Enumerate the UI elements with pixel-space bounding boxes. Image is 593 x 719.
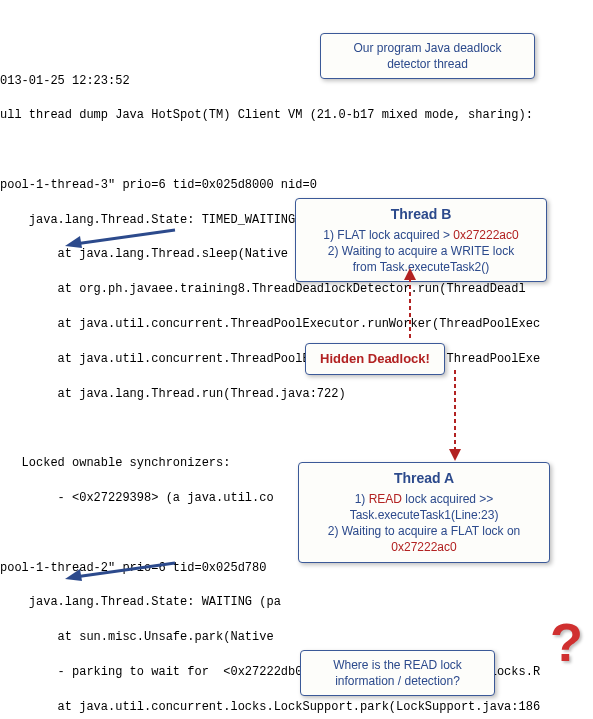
stack-line: - parking to wait for <0x27222db0> (a ja… bbox=[0, 664, 593, 681]
callout-detector-thread: Our program Java deadlockdetector thread bbox=[320, 33, 535, 79]
callout-read-lock-question: Where is the READ lockinformation / dete… bbox=[300, 650, 495, 696]
callout-title: Thread B bbox=[306, 205, 536, 224]
svg-line-0 bbox=[75, 230, 175, 244]
callout-hidden-deadlock: Hidden Deadlock! bbox=[305, 343, 445, 375]
stack-line: at java.lang.Thread.run(Thread.java:722) bbox=[0, 386, 593, 403]
stack-line: at java.util.concurrent.ThreadPoolExecut… bbox=[0, 351, 593, 368]
callout-title: Thread A bbox=[309, 469, 539, 488]
callout-thread-a: Thread A 1) READ lock acquired >> Task.e… bbox=[298, 462, 550, 563]
blank bbox=[0, 142, 593, 159]
stack-line: at java.util.concurrent.locks.LockSuppor… bbox=[0, 699, 593, 716]
callout-thread-b: Thread B 1) FLAT lock acquired > 0x27222… bbox=[295, 198, 547, 282]
blank bbox=[0, 420, 593, 437]
question-mark-icon: ? bbox=[550, 603, 583, 681]
dump-line: ull thread dump Java HotSpot(TM) Client … bbox=[0, 107, 593, 124]
stack-line: at java.util.concurrent.ThreadPoolExecut… bbox=[0, 316, 593, 333]
thread2-state: java.lang.Thread.State: WAITING (pa bbox=[0, 594, 593, 611]
deadlock-arrow-icon bbox=[440, 365, 470, 463]
stack-line: at org.ph.javaee.training8.ThreadDeadloc… bbox=[0, 281, 593, 298]
stack-line: at sun.misc.Unsafe.park(Native bbox=[0, 629, 593, 646]
thread3-header: pool-1-thread-3" prio=6 tid=0x025d8000 n… bbox=[0, 177, 593, 194]
